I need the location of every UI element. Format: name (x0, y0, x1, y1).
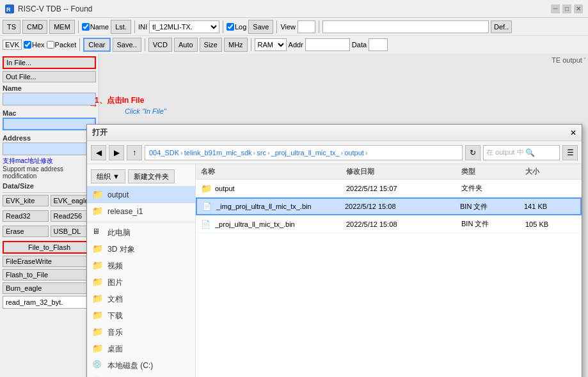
path-input[interactable]: D:\work\eagle-audio\telink_b91m_mic_sd (322, 20, 489, 33)
erase-button[interactable]: Erase (3, 226, 49, 237)
breadcrumb-part4[interactable]: _proj_ultra_ll_mic_tx_ (271, 149, 340, 157)
drive-icon-c: 💿 (92, 360, 104, 371)
file-row-proj[interactable]: 📄 _proj_ultra_ll_mic_tx_.bin 2022/5/12 1… (196, 215, 582, 233)
log-check[interactable]: Log (226, 23, 246, 31)
nav-forward-button[interactable]: ▶ (109, 145, 124, 160)
minimize-button[interactable]: ─ (551, 4, 560, 13)
save-button[interactable]: Save (248, 20, 273, 34)
sidebar-label-release: release_i1 (107, 207, 143, 216)
view-input[interactable]: 16 (298, 20, 315, 33)
hex-check[interactable]: Hex (24, 41, 45, 49)
addr-input[interactable]: 1401e0 (305, 38, 350, 51)
sep1 (78, 20, 79, 33)
file-row-img[interactable]: 📄 _img_proj_ultra_ll_mic_tx_.bin 2022/5/… (196, 197, 582, 215)
sidebar-item-output[interactable]: 📁 output (87, 187, 195, 203)
sidebar-item-video[interactable]: 📁 视频 (87, 258, 195, 274)
save2-button[interactable]: Save.. (113, 38, 141, 52)
mhz-button[interactable]: MHz (224, 38, 248, 52)
burn-eagle-button[interactable]: Burn_eagle (3, 282, 96, 294)
sep2 (134, 20, 135, 33)
cmd-tab[interactable]: CMD (22, 20, 47, 34)
evk-kite-button[interactable]: EVK_kite (3, 195, 49, 206)
packet-check[interactable]: Packet (47, 41, 77, 49)
breadcrumb-part5[interactable]: output (344, 149, 364, 157)
name-input[interactable]: AUDIO_M (3, 93, 96, 105)
sidebar-label-3d: 3D 对象 (107, 244, 135, 255)
ts-tab[interactable]: TS (3, 20, 20, 34)
file-type-img: BIN 文件 (460, 202, 524, 212)
maximize-button[interactable]: □ (562, 4, 571, 13)
sidebar-item-drive-c[interactable]: 💿 本地磁盘 (C:) (87, 357, 195, 374)
sidebar-label-video: 视频 (107, 261, 123, 272)
window-controls: ─ □ ✕ (551, 4, 583, 13)
size-button[interactable]: Size (200, 38, 222, 52)
mac-input[interactable]: 33e0 2b708b8e (3, 118, 96, 130)
organize-button[interactable]: 组织 ▼ (91, 169, 125, 183)
file-date-proj: 2022/5/12 15:08 (346, 220, 461, 228)
new-folder-button[interactable]: 新建文件夹 (128, 169, 175, 183)
nav-up-button[interactable]: ↑ (127, 145, 142, 160)
col-type: 类型 (461, 167, 525, 176)
file-type-output: 文件夹 (461, 183, 525, 193)
out-file-button[interactable]: Out File... (3, 71, 96, 82)
file-list: 📁 output 2022/5/12 15:07 文件夹 📄 _img_proj… (196, 180, 582, 377)
ini-label: INI (138, 23, 147, 31)
sidebar-item-release[interactable]: 📁 release_i1 (87, 203, 195, 220)
auto-button[interactable]: Auto (174, 38, 198, 52)
sidebar-label-docs: 文档 (107, 294, 123, 305)
vcd-button[interactable]: VCD (148, 38, 172, 52)
addr-note-cn: 支持mac地址修改 (3, 157, 96, 165)
read32-button[interactable]: Read32 (3, 210, 49, 222)
breadcrumb-part3[interactable]: src (257, 149, 266, 157)
name-check[interactable]: Name (82, 23, 109, 31)
sidebar-item-desktop[interactable]: 📁 桌面 (87, 341, 195, 357)
sidebar-item-music[interactable]: 📁 音乐 (87, 324, 195, 341)
flash-to-file-button[interactable]: Flash_to_File (3, 269, 96, 281)
breadcrumb-part1[interactable]: 004_SDK (149, 149, 179, 157)
mac-label: Mac (3, 109, 96, 117)
data-input[interactable]: 1 (369, 38, 388, 51)
divider1 (3, 192, 96, 193)
sidebar-item-pc[interactable]: 🖥 此电脑 (87, 224, 195, 241)
file-date-img: 2022/5/12 15:08 (345, 203, 460, 210)
dropdown-select[interactable]: read_ram_32_byt. (3, 296, 96, 309)
folder-icon-output: 📁 (92, 189, 104, 201)
file-name-img: _img_proj_ultra_ll_mic_tx_.bin (216, 203, 312, 210)
file-row-output[interactable]: 📁 output 2022/5/12 15:07 文件夹 (196, 180, 582, 197)
folder-icon-music: 📁 (92, 327, 104, 338)
mac-section: Mac 33e0 2b708b8e (3, 109, 96, 132)
main-area: In File... Out File... Name AUDIO_M Mac … (0, 54, 588, 377)
dialog-close-button[interactable]: ✕ (570, 128, 576, 137)
addr-label: Addr (289, 41, 303, 49)
sidebar-item-pictures[interactable]: 📁 图片 (87, 274, 195, 291)
breadcrumb-part2[interactable]: telink_b91m_mic_sdk (184, 149, 252, 157)
mem-tab[interactable]: MEM (49, 20, 75, 34)
address-input[interactable]: 00000000 (3, 142, 96, 155)
sidebar-item-downloads[interactable]: 📁 下载 (87, 307, 195, 324)
sidebar-item-drive-d[interactable]: 💿 Daily (D:) (87, 374, 195, 377)
data-label: Data (352, 41, 367, 49)
view-toggle-button[interactable]: ☰ (562, 145, 578, 160)
clear-button[interactable]: Clear (83, 38, 110, 52)
ram-select[interactable]: RAM (255, 38, 287, 51)
search-box: 在 output 中 🔍 (483, 145, 560, 160)
nav-back-button[interactable]: ◀ (91, 145, 106, 160)
name-label: Name (3, 84, 96, 92)
folder-icon-downloads: 📁 (92, 310, 104, 321)
close-button[interactable]: ✕ (574, 4, 583, 13)
sidebar-item-docs[interactable]: 📁 文档 (87, 291, 195, 307)
lst-button[interactable]: Lst. (111, 20, 131, 34)
def-button[interactable]: Def.. (491, 20, 512, 33)
sidebar-item-3d[interactable]: 📁 3D 对象 (87, 241, 195, 258)
file-erase-write-button[interactable]: FileEraseWrite (3, 256, 96, 267)
sidebar-label-pc: 此电脑 (107, 227, 131, 238)
file-size-proj: 105 KB (525, 220, 576, 228)
annotation1-cn: 1、点击In File (95, 95, 144, 106)
in-file-button[interactable]: In File... (3, 56, 96, 69)
ini-select[interactable]: tl_12MLI-TX. (149, 20, 219, 33)
refresh-button[interactable]: ↻ (465, 145, 481, 160)
file-name-proj: _proj_ultra_ll_mic_tx_.bin (215, 220, 295, 228)
file-to-flash-button[interactable]: File_to_Flash (3, 241, 96, 254)
col-size: 大小 (525, 167, 576, 176)
window-title: RISC-V TDB -- Found (18, 4, 551, 13)
